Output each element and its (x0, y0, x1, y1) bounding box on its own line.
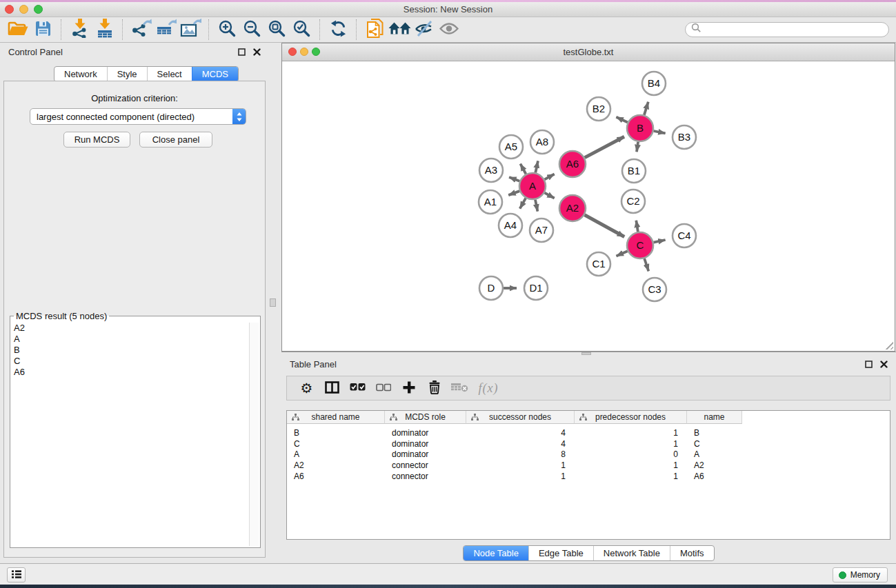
column-header-shared-name[interactable]: shared name (287, 411, 385, 424)
graph-node-A4[interactable]: A4 (499, 214, 522, 237)
network-zoom-button[interactable] (312, 48, 320, 56)
search-input[interactable] (701, 23, 886, 35)
tab-style[interactable]: Style (107, 67, 147, 81)
close-panel-button[interactable]: Close panel (139, 132, 212, 148)
graph-node-B1[interactable]: B1 (622, 159, 646, 183)
graph-node-B3[interactable]: B3 (673, 125, 696, 149)
graph-edge-C-C1[interactable] (617, 251, 628, 256)
graph-node-A3[interactable]: A3 (479, 159, 503, 182)
graph-edge-B-B2[interactable] (616, 117, 628, 123)
network-graph[interactable]: B4B2BB3A8A5A6A3B1AA1C2A2A4A7C4CC1C3DD1 (282, 61, 895, 352)
splitter-knob[interactable] (270, 298, 276, 307)
graph-edge-A-A6[interactable] (545, 174, 555, 180)
graph-edge-C-C4[interactable] (654, 240, 666, 243)
graph-edge-A-A3[interactable] (509, 177, 519, 181)
graph-edge-C-C2[interactable] (636, 221, 638, 232)
mcds-result-item[interactable]: B (12, 345, 249, 356)
graph-node-C4[interactable]: C4 (673, 224, 696, 247)
graph-node-A6[interactable]: A6 (559, 151, 586, 177)
graph-node-B4[interactable]: B4 (642, 72, 666, 95)
refresh-layout-button[interactable] (326, 19, 350, 41)
zoom-fit-button[interactable] (264, 19, 289, 41)
tab-select[interactable]: Select (147, 67, 192, 81)
first-neighbors-button[interactable] (387, 19, 412, 41)
export-network-button[interactable] (128, 19, 153, 41)
import-network-button[interactable] (67, 19, 92, 41)
zoom-window-button[interactable] (34, 5, 43, 14)
graph-node-A[interactable]: A (519, 173, 546, 199)
graph-edge-B-B4[interactable] (644, 102, 648, 115)
network-canvas[interactable]: B4B2BB3A8A5A6A3B1AA1C2A2A4A7C4CC1C3DD1 (282, 61, 895, 351)
zoom-in-button[interactable] (215, 19, 239, 41)
graph-node-B[interactable]: B (627, 115, 653, 141)
table-settings-button[interactable]: ⚙ (294, 378, 319, 398)
import-table-button[interactable] (92, 19, 117, 41)
graph-edge-A-A8[interactable] (535, 161, 538, 172)
graph-node-D[interactable]: D (479, 276, 503, 300)
tab-motifs[interactable]: Motifs (670, 546, 714, 560)
add-column-button[interactable] (396, 378, 421, 398)
graph-edge-C-C3[interactable] (644, 258, 648, 271)
graph-node-C[interactable]: C (627, 232, 653, 258)
column-header-name[interactable]: name (687, 411, 742, 424)
result-list-scrollbar[interactable] (249, 323, 259, 546)
search-box[interactable] (685, 22, 889, 37)
run-mcds-button[interactable]: Run MCDS (63, 132, 130, 148)
new-network-from-selection-button[interactable] (362, 19, 387, 41)
graph-edge-A-A7[interactable] (535, 200, 537, 212)
float-panel-icon[interactable] (865, 361, 873, 368)
graph-node-C2[interactable]: C2 (621, 190, 645, 213)
show-graphics-details-button[interactable] (437, 19, 461, 41)
graph-edge-A6-B[interactable] (585, 136, 624, 157)
table-row[interactable]: Adominator80A (287, 449, 890, 460)
task-history-button[interactable] (7, 567, 26, 582)
mcds-result-item[interactable]: A6 (12, 367, 249, 378)
graph-edge-B-B1[interactable] (637, 142, 638, 152)
zoom-out-button[interactable] (239, 19, 264, 41)
memory-button[interactable]: Memory (833, 567, 888, 582)
mcds-result-item[interactable]: A (12, 334, 249, 345)
table-row[interactable]: A6connector11A6 (287, 471, 890, 482)
graph-edge-A-A5[interactable] (520, 164, 526, 174)
tab-mcds[interactable]: MCDS (192, 67, 238, 81)
graph-node-B2[interactable]: B2 (587, 97, 610, 121)
close-panel-icon[interactable] (253, 48, 261, 56)
graph-node-A2[interactable]: A2 (559, 195, 586, 221)
save-session-button[interactable] (30, 19, 55, 41)
graph-edge-A2-C[interactable] (585, 215, 625, 237)
tab-network[interactable]: Network (54, 67, 107, 81)
split-panel-button[interactable] (319, 378, 345, 398)
column-header-MCDS-role[interactable]: MCDS role (385, 411, 466, 424)
apply-function-button[interactable]: f(x) (472, 378, 504, 398)
export-table-button[interactable] (153, 19, 178, 41)
graph-node-C1[interactable]: C1 (587, 252, 610, 276)
graph-node-D1[interactable]: D1 (524, 276, 548, 300)
vertical-splitter[interactable] (269, 43, 281, 561)
graph-edge-A-A4[interactable] (520, 198, 526, 208)
deselect-all-button[interactable] (370, 378, 396, 398)
graph-node-A7[interactable]: A7 (530, 219, 553, 242)
graph-node-A1[interactable]: A1 (479, 190, 502, 214)
tab-network-table[interactable]: Network Table (593, 546, 670, 560)
close-window-button[interactable] (5, 5, 14, 14)
table-row[interactable]: Cdominator41C (287, 438, 890, 449)
mcds-result-item[interactable]: C (12, 356, 249, 367)
delete-column-button[interactable] (421, 378, 447, 398)
graph-node-A5[interactable]: A5 (499, 135, 523, 159)
table-row[interactable]: A2connector11A2 (287, 460, 890, 471)
graph-edge-A-A2[interactable] (545, 193, 555, 199)
mcds-result-item[interactable]: A2 (12, 323, 249, 334)
graph-edge-B-B3[interactable] (654, 131, 666, 133)
network-minimize-button[interactable] (300, 48, 308, 56)
open-session-button[interactable] (6, 19, 30, 41)
tab-edge-table[interactable]: Edge Table (528, 546, 593, 560)
graph-node-C3[interactable]: C3 (643, 278, 666, 301)
column-header-predecessor-nodes[interactable]: predecessor nodes (575, 411, 687, 424)
minimize-window-button[interactable] (19, 5, 28, 14)
optimization-criterion-select[interactable]: largest connected component (directed) (30, 108, 246, 125)
table-row[interactable]: Bdominator41B (287, 427, 890, 438)
delete-table-button[interactable] (447, 378, 472, 398)
hide-graphics-details-button[interactable] (412, 19, 437, 41)
float-panel-icon[interactable] (238, 48, 246, 56)
select-all-button[interactable] (345, 378, 370, 398)
